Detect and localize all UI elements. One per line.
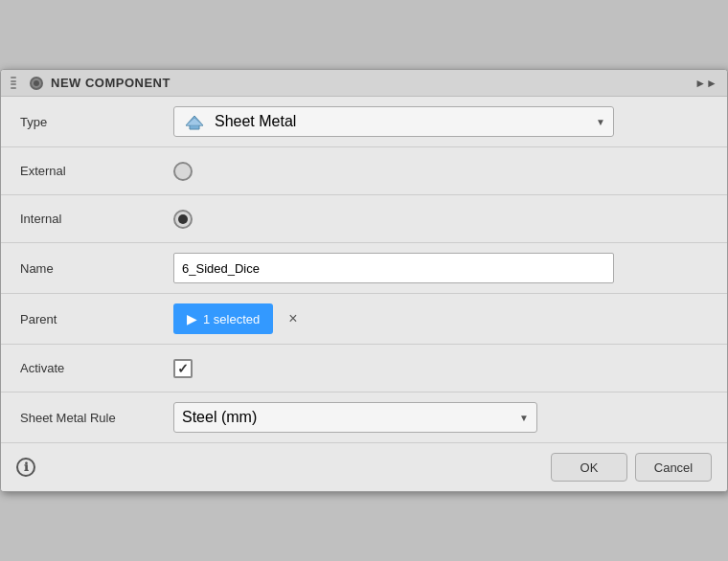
activate-checkbox[interactable]: ✓ [173, 359, 193, 378]
internal-radio-dot [178, 214, 188, 224]
type-dropdown[interactable]: Sheet Metal ▼ [173, 106, 614, 137]
rule-dropdown-arrow: ▼ [519, 413, 529, 423]
clear-icon: × [288, 310, 297, 327]
checkmark-icon: ✓ [177, 362, 189, 375]
new-component-dialog: NEW COMPONENT ►► Type Sheet Metal [0, 69, 728, 492]
internal-radio[interactable] [173, 210, 193, 229]
type-label: Type [20, 115, 173, 129]
external-control [173, 162, 708, 181]
parent-selected-text: 1 selected [203, 312, 260, 326]
svg-marker-1 [186, 118, 203, 125]
parent-control: ▶ 1 selected × [173, 303, 708, 334]
form-body: Type Sheet Metal ▼ External [1, 97, 727, 442]
action-buttons: OK Cancel [551, 453, 712, 482]
sheet-metal-rule-dropdown[interactable]: Steel (mm) ▼ [173, 402, 537, 433]
title-bar-left: NEW COMPONENT [11, 76, 171, 90]
parent-row: Parent ▶ 1 selected × [1, 294, 727, 345]
sheet-metal-icon [182, 112, 207, 131]
type-value: Sheet Metal [215, 113, 296, 130]
parent-clear-button[interactable]: × [283, 308, 303, 329]
cursor-icon: ▶ [187, 311, 197, 326]
dialog-icon [30, 77, 43, 90]
internal-row: Internal [1, 195, 727, 243]
cancel-button[interactable]: Cancel [635, 453, 712, 482]
ok-button[interactable]: OK [551, 453, 627, 482]
title-bar-controls: ►► [694, 77, 717, 90]
sheet-metal-rule-row: Sheet Metal Rule Steel (mm) ▼ [1, 393, 727, 442]
activate-label: Activate [20, 361, 173, 375]
fast-forward-icon[interactable]: ►► [694, 77, 717, 90]
bottom-bar: ℹ OK Cancel [1, 442, 727, 491]
drag-handle[interactable] [11, 77, 16, 90]
external-radio[interactable] [173, 162, 193, 181]
sheet-metal-rule-control: Steel (mm) ▼ [173, 402, 708, 433]
parent-label: Parent [20, 312, 173, 326]
name-row: Name [1, 243, 727, 294]
title-bar: NEW COMPONENT ►► [1, 70, 727, 97]
parent-selected-button[interactable]: ▶ 1 selected [173, 303, 273, 334]
type-control: Sheet Metal ▼ [173, 106, 708, 137]
info-button[interactable]: ℹ [16, 458, 35, 477]
type-row: Type Sheet Metal ▼ [1, 97, 727, 147]
internal-label: Internal [20, 212, 173, 226]
activate-row: Activate ✓ [1, 345, 727, 393]
name-control [173, 253, 708, 283]
rule-value: Steel (mm) [182, 409, 257, 426]
name-input[interactable] [173, 253, 614, 283]
internal-control [173, 210, 708, 229]
type-dropdown-content: Sheet Metal [182, 112, 296, 131]
info-icon: ℹ [24, 460, 29, 474]
name-label: Name [20, 261, 173, 276]
dialog-title: NEW COMPONENT [51, 76, 171, 90]
type-dropdown-arrow: ▼ [596, 117, 605, 127]
external-row: External [1, 147, 727, 195]
activate-control: ✓ [173, 359, 708, 378]
external-label: External [20, 164, 173, 178]
sheet-metal-rule-label: Sheet Metal Rule [20, 411, 173, 425]
